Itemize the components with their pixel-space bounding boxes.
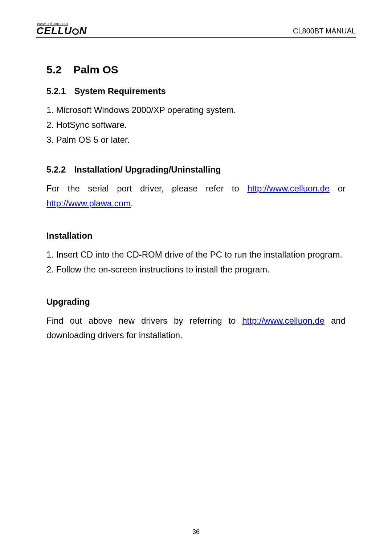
logo-ring-icon — [72, 28, 79, 35]
subsection-number: 5.2.2 — [46, 165, 72, 175]
requirements-list: 1. Microsoft Windows 2000/XP operating s… — [46, 103, 346, 147]
link-plawa-com[interactable]: http://www.plawa.com — [46, 198, 131, 208]
page-number: 36 — [0, 528, 392, 536]
installation-block: Installation 1. Insert CD into the CD-RO… — [46, 231, 346, 277]
upgrading-paragraph: Find out above new drivers by referring … — [46, 314, 346, 343]
list-item: 1. Insert CD into the CD-ROM drive of th… — [46, 247, 346, 262]
text-fragment: . — [131, 198, 133, 208]
logo-block: www.celluon.com CELLU N — [36, 22, 87, 36]
text-fragment: or — [330, 183, 346, 193]
link-celluon-de[interactable]: http://www.celluon.de — [242, 316, 324, 325]
section-number: 5.2 — [46, 64, 70, 76]
logo-text: CELLU N — [36, 26, 87, 36]
upgrading-heading: Upgrading — [46, 297, 346, 307]
subsection-title: Installation/ Upgrading/Uninstalling — [74, 165, 221, 174]
link-celluon-de[interactable]: http://www.celluon.de — [247, 183, 330, 193]
driver-paragraph: For the serial port driver, please refer… — [46, 181, 346, 211]
installation-heading: Installation — [46, 231, 346, 241]
document-title: CL800BT MANUAL — [293, 27, 356, 36]
content-area: 5.2 Palm OS 5.2.1 System Requirements 1.… — [36, 64, 356, 343]
list-item: 3. Palm OS 5 or later. — [46, 133, 346, 147]
logo-part2: N — [79, 26, 87, 36]
section-title: Palm OS — [73, 64, 118, 76]
list-item: 2. Follow the on-screen instructions to … — [46, 262, 346, 277]
subsection-heading: 5.2.1 System Requirements — [46, 86, 346, 96]
subsection-heading: 5.2.2 Installation/ Upgrading/Uninstalli… — [46, 165, 346, 175]
list-item: 2. HotSync software. — [46, 118, 346, 133]
page-header: www.celluon.com CELLU N CL800BT MANUAL — [36, 22, 356, 38]
list-item: 1. Microsoft Windows 2000/XP operating s… — [46, 103, 346, 118]
subsection-5-2-2: 5.2.2 Installation/ Upgrading/Uninstalli… — [46, 165, 346, 211]
upgrading-block: Upgrading Find out above new drivers by … — [46, 297, 346, 343]
subsection-5-2-1: 5.2.1 System Requirements 1. Microsoft W… — [46, 86, 346, 147]
text-fragment: For the serial port driver, please refer… — [46, 183, 247, 193]
subsection-title: System Requirements — [74, 86, 166, 96]
page-container: www.celluon.com CELLU N CL800BT MANUAL 5… — [0, 0, 392, 357]
subsection-number: 5.2.1 — [46, 86, 72, 96]
logo-part1: CELLU — [36, 26, 72, 36]
installation-list: 1. Insert CD into the CD-ROM drive of th… — [46, 247, 346, 277]
text-fragment: Find out above new drivers by referring … — [46, 316, 242, 325]
section-heading: 5.2 Palm OS — [46, 64, 346, 76]
